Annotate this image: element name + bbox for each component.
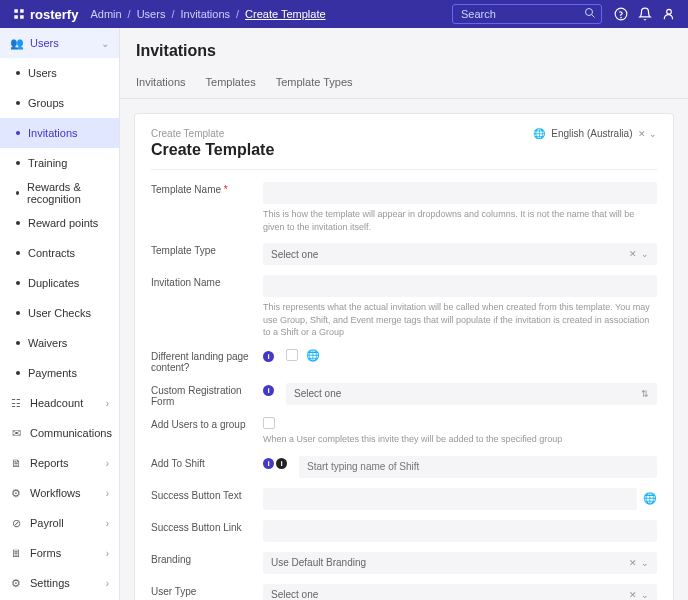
- sidebar-item-reward-points[interactable]: Reward points: [0, 208, 119, 238]
- breadcrumbs: Admin/ Users/ Invitations/ Create Templa…: [90, 8, 325, 20]
- payroll-icon: ⊘: [10, 517, 22, 530]
- tab-invitations[interactable]: Invitations: [136, 68, 186, 98]
- sidebar-cat-payroll[interactable]: ⊘Payroll›: [0, 508, 119, 538]
- info-icon[interactable]: i: [263, 385, 274, 396]
- label-user-type: User Type: [151, 584, 251, 597]
- label-template-name: Template Name *: [151, 182, 251, 195]
- label-template-type: Template Type: [151, 243, 251, 256]
- brand-logo[interactable]: rosterfy: [12, 7, 78, 22]
- sidebar-cat-reports[interactable]: 🗎Reports›: [0, 448, 119, 478]
- chevron-down-icon: ⌄: [641, 558, 649, 568]
- label-add-shift: Add To Shift: [151, 456, 251, 469]
- chevron-right-icon: ›: [106, 518, 109, 529]
- page-title: Invitations: [120, 28, 688, 68]
- breadcrumb-l2[interactable]: Invitations: [180, 8, 230, 20]
- headcount-icon: ☷: [10, 397, 22, 410]
- brand-text: rosterfy: [30, 7, 78, 22]
- workflows-icon: ⚙: [10, 487, 22, 500]
- help-add-group: When a User completes this invite they w…: [263, 433, 657, 446]
- form-card: Create Template Create Template 🌐 Englis…: [134, 113, 674, 600]
- info-icon[interactable]: i: [263, 351, 274, 362]
- clear-icon[interactable]: ✕: [629, 249, 637, 259]
- add-group-checkbox[interactable]: [263, 417, 275, 429]
- users-icon: 👥: [10, 37, 22, 50]
- sidebar-cat-communications[interactable]: ✉Communications›: [0, 418, 119, 448]
- language-label: English (Australia): [551, 128, 632, 139]
- chevron-right-icon: ›: [106, 578, 109, 589]
- chevron-down-icon: ⌄: [641, 590, 649, 600]
- user-type-select[interactable]: Select one✕⌄: [263, 584, 657, 600]
- language-selector[interactable]: 🌐 English (Australia) ✕ ⌄: [533, 128, 657, 139]
- tab-template-types[interactable]: Template Types: [276, 68, 353, 98]
- search-input[interactable]: [452, 4, 602, 24]
- sidebar-item-invitations[interactable]: Invitations: [0, 118, 119, 148]
- sidebar-cat-settings[interactable]: ⚙Settings›: [0, 568, 119, 598]
- sidebar-item-duplicates[interactable]: Duplicates: [0, 268, 119, 298]
- sidebar-header-label: Users: [30, 37, 59, 49]
- tab-templates[interactable]: Templates: [206, 68, 256, 98]
- svg-point-0: [586, 9, 593, 16]
- success-text-input[interactable]: [263, 488, 637, 510]
- add-shift-input[interactable]: [299, 456, 657, 478]
- sidebar: 👥Users ⌄ Users Groups Invitations Traini…: [0, 28, 120, 600]
- breadcrumb-l1[interactable]: Users: [137, 8, 166, 20]
- info-icon[interactable]: i: [263, 458, 274, 469]
- breadcrumb-current[interactable]: Create Template: [245, 8, 326, 20]
- landing-checkbox[interactable]: [286, 349, 298, 361]
- svg-point-3: [621, 17, 622, 18]
- globe-icon[interactable]: 🌐: [306, 349, 320, 362]
- sidebar-item-rewards[interactable]: Rewards & recognition: [0, 178, 119, 208]
- template-name-input[interactable]: [263, 182, 657, 204]
- settings-icon: ⚙: [10, 577, 22, 590]
- sidebar-item-training[interactable]: Training: [0, 148, 119, 178]
- tabs: Invitations Templates Template Types: [120, 68, 688, 99]
- chevron-down-icon: ⌄: [641, 249, 649, 259]
- main-content: Invitations Invitations Templates Templa…: [120, 28, 688, 600]
- search-icon[interactable]: [584, 7, 596, 19]
- breadcrumb-root[interactable]: Admin: [90, 8, 121, 20]
- topbar: rosterfy Admin/ Users/ Invitations/ Crea…: [0, 0, 688, 28]
- label-custom-reg: Custom Registration Form: [151, 383, 251, 407]
- label-landing: Different landing page content?: [151, 349, 251, 373]
- custom-reg-select[interactable]: Select one⇅: [286, 383, 657, 405]
- success-link-input[interactable]: [263, 520, 657, 542]
- clear-icon[interactable]: ✕ ⌄: [638, 129, 657, 139]
- user-icon[interactable]: [662, 7, 676, 21]
- chevron-right-icon: ›: [106, 398, 109, 409]
- label-add-group: Add Users to a group: [151, 417, 251, 430]
- chevron-right-icon: ›: [106, 458, 109, 469]
- sidebar-item-user-checks[interactable]: User Checks: [0, 298, 119, 328]
- sidebar-item-waivers[interactable]: Waivers: [0, 328, 119, 358]
- info-icon-dark[interactable]: i: [276, 458, 287, 469]
- search-box: [452, 4, 602, 24]
- select-arrows-icon: ⇅: [641, 389, 649, 399]
- card-title: Create Template: [151, 141, 274, 159]
- bell-icon[interactable]: [638, 7, 652, 21]
- clear-icon[interactable]: ✕: [629, 558, 637, 568]
- label-success-link: Success Button Link: [151, 520, 251, 533]
- reports-icon: 🗎: [10, 457, 22, 469]
- chevron-right-icon: ›: [106, 488, 109, 499]
- sidebar-item-contracts[interactable]: Contracts: [0, 238, 119, 268]
- help-template-name: This is how the template will appear in …: [263, 208, 657, 233]
- globe-icon[interactable]: 🌐: [643, 492, 657, 505]
- template-type-select[interactable]: Select one✕⌄: [263, 243, 657, 265]
- invitation-name-input[interactable]: [263, 275, 657, 297]
- logo-mark-icon: [12, 7, 26, 21]
- sidebar-item-payments[interactable]: Payments: [0, 358, 119, 388]
- sidebar-item-users[interactable]: Users: [0, 58, 119, 88]
- branding-select[interactable]: Use Default Branding✕⌄: [263, 552, 657, 574]
- svg-line-1: [592, 15, 595, 18]
- sidebar-item-groups[interactable]: Groups: [0, 88, 119, 118]
- card-breadcrumb: Create Template: [151, 128, 274, 139]
- sidebar-header-users[interactable]: 👥Users ⌄: [0, 28, 119, 58]
- svg-point-4: [667, 9, 672, 14]
- sidebar-cat-headcount[interactable]: ☷Headcount›: [0, 388, 119, 418]
- clear-icon[interactable]: ✕: [629, 590, 637, 600]
- sidebar-cat-forms[interactable]: 🗏Forms›: [0, 538, 119, 568]
- chevron-down-icon: ⌄: [101, 38, 109, 49]
- label-branding: Branding: [151, 552, 251, 565]
- sidebar-cat-workflows[interactable]: ⚙Workflows›: [0, 478, 119, 508]
- help-icon[interactable]: [614, 7, 628, 21]
- globe-icon: 🌐: [533, 128, 545, 139]
